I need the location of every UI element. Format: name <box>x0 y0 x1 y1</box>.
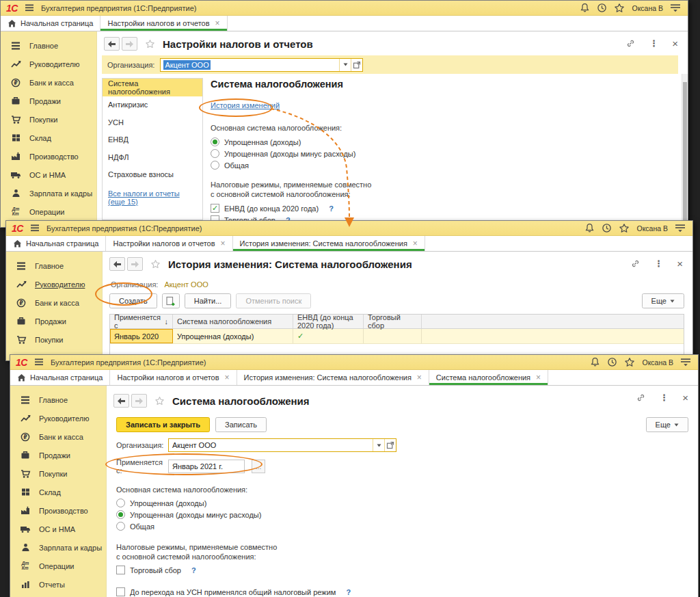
sidebar-item[interactable]: Зарплата и кадры <box>1 184 96 202</box>
1c-logo[interactable]: 1С <box>12 224 23 233</box>
sidebar-item[interactable]: Руководителю <box>10 409 106 427</box>
cell-trade-fee[interactable] <box>364 329 422 343</box>
close-form-icon[interactable]: × <box>672 40 678 47</box>
sidebar-item[interactable]: Главное <box>1 36 96 55</box>
scrollbar-thumb[interactable] <box>683 82 687 224</box>
sidebar-item[interactable]: ДтКт Операции <box>10 557 106 575</box>
radio-option[interactable]: Упрощенная (доходы минус расходы) <box>211 148 678 159</box>
more-button[interactable]: Еще <box>642 293 684 308</box>
sidebar-item[interactable]: Зарплата и кадры <box>10 538 106 557</box>
sidebar-item[interactable]: Покупки <box>6 330 102 349</box>
open-link-icon[interactable] <box>351 59 362 71</box>
tab[interactable]: Система налогообложения × <box>429 370 548 385</box>
radio-option[interactable]: Общая <box>211 159 678 171</box>
more-menu-icon[interactable]: ⋮ <box>649 40 658 47</box>
tab[interactable]: Настройки налогов и отчетов × <box>106 236 232 251</box>
help-icon[interactable]: ? <box>191 566 196 574</box>
main-menu-icon[interactable] <box>30 224 40 232</box>
sidebar-item[interactable]: Производство <box>10 501 106 520</box>
history-of-changes-link[interactable]: История изменений <box>211 101 280 109</box>
applies-from-field[interactable]: Январь 2021 г. <box>168 460 245 473</box>
1c-logo[interactable]: 1С <box>16 358 27 367</box>
organization-field[interactable]: Акцент ООО <box>160 58 363 72</box>
tab[interactable]: Настройки налогов и отчетов × <box>100 16 227 31</box>
back-button[interactable] <box>113 394 129 408</box>
table-row[interactable]: Январь 2020 Упрощенная (доходы) ✓ <box>110 329 684 344</box>
tab-close-icon[interactable]: × <box>221 239 226 248</box>
favorites-star-icon[interactable] <box>619 223 630 233</box>
create-by-copy-icon[interactable] <box>162 293 180 308</box>
tab[interactable]: История изменения: Система налогообложен… <box>237 370 429 385</box>
radio-option[interactable]: Упрощенная (доходы минус расходы) <box>116 509 698 520</box>
sidebar-item[interactable]: Главное <box>6 256 102 275</box>
settings-list-item[interactable]: Страховые взносы <box>103 166 202 184</box>
service-menu-icon[interactable] <box>675 224 686 233</box>
tab[interactable]: Начальная страница <box>10 370 110 385</box>
close-form-icon[interactable]: × <box>677 261 683 267</box>
save-button[interactable]: Записать <box>215 417 267 432</box>
favorite-star-icon[interactable] <box>154 396 165 406</box>
organization-value[interactable]: Акцент ООО <box>164 280 208 289</box>
sidebar-item[interactable]: Покупки <box>1 110 96 129</box>
forward-button[interactable] <box>122 37 137 51</box>
sidebar-item[interactable]: Руководителю <box>6 275 102 293</box>
back-button[interactable] <box>104 37 120 51</box>
history-clock-icon[interactable] <box>607 357 617 367</box>
tab-close-icon[interactable]: × <box>417 373 422 382</box>
organization-field[interactable]: Акцент ООО <box>168 438 396 452</box>
more-menu-icon[interactable]: ⋮ <box>654 261 663 267</box>
tab[interactable]: История изменения: Система налогообложен… <box>233 236 425 251</box>
cell-envd-check[interactable]: ✓ <box>293 329 364 343</box>
tab-close-icon[interactable]: × <box>413 239 418 248</box>
table-column-header[interactable]: Применяется с ↓ <box>110 315 173 328</box>
settings-list-item[interactable]: НДФЛ <box>103 148 202 166</box>
favorite-star-icon[interactable] <box>145 39 155 49</box>
help-icon[interactable]: ? <box>346 588 351 596</box>
service-menu-icon[interactable] <box>670 3 681 12</box>
checkbox-option[interactable]: ЕНВД (до конца 2020 года) ? <box>211 202 678 214</box>
get-link-icon[interactable] <box>630 258 641 269</box>
sidebar-item[interactable]: Продажи <box>1 92 96 110</box>
open-link-icon[interactable] <box>384 439 396 451</box>
notifications-bell-icon[interactable] <box>584 223 595 233</box>
tab-close-icon[interactable]: × <box>536 373 541 382</box>
dropdown-caret-icon[interactable] <box>339 59 351 71</box>
settings-list-item[interactable]: Система налогообложения <box>103 79 202 96</box>
settings-list-item[interactable]: ЕНВД <box>103 131 202 149</box>
radio-option[interactable]: Общая <box>116 520 698 532</box>
cell-applies-from[interactable]: Январь 2020 <box>110 329 173 343</box>
table-column-header[interactable]: ЕНВД (до конца 2020 года) <box>293 315 364 328</box>
radio-option[interactable]: Упрощенная (доходы) <box>116 497 698 509</box>
forward-button[interactable] <box>131 394 147 408</box>
sidebar-item[interactable]: Главное <box>10 390 106 409</box>
find-button[interactable]: Найти... <box>185 293 232 308</box>
more-button[interactable]: Еще <box>646 417 688 432</box>
sidebar-item[interactable]: ₽ Банк и касса <box>10 427 106 446</box>
user-name[interactable]: Оксана В <box>642 358 673 367</box>
forward-button[interactable] <box>127 257 143 271</box>
create-button[interactable]: Создать <box>109 293 157 308</box>
sidebar-item[interactable]: Отчеты <box>10 575 106 594</box>
tab-close-icon[interactable]: × <box>215 18 220 28</box>
sidebar-item[interactable]: Склад <box>1 129 96 147</box>
more-menu-icon[interactable]: ⋮ <box>660 395 669 401</box>
main-menu-icon[interactable] <box>25 4 34 12</box>
tab[interactable]: Начальная страница <box>1 16 100 31</box>
cell-tax-system[interactable]: Упрощенная (доходы) <box>173 329 293 343</box>
user-name[interactable]: Оксана В <box>632 4 663 12</box>
service-menu-icon[interactable] <box>680 358 691 367</box>
favorites-star-icon[interactable] <box>624 357 635 367</box>
table-column-header[interactable]: Система налогообложения <box>173 315 293 328</box>
tab[interactable]: Начальная страница <box>6 236 106 251</box>
all-taxes-link[interactable]: Все налоги и отчеты (еще 15) <box>108 189 197 206</box>
sidebar-item[interactable]: Склад <box>10 483 106 501</box>
radio-option[interactable]: Упрощенная (доходы) <box>211 136 678 148</box>
sidebar-item[interactable]: Продажи <box>10 446 106 464</box>
pre-usn-checkbox[interactable]: До перехода на УСН применялся общий нало… <box>116 586 698 597</box>
settings-list-item[interactable]: УСН <box>103 114 202 131</box>
tab-close-icon[interactable]: × <box>225 373 230 382</box>
sidebar-item[interactable]: ₽ Банк и касса <box>6 293 102 312</box>
sidebar-item[interactable]: Руководителю <box>1 55 96 73</box>
back-button[interactable] <box>109 257 125 271</box>
sidebar-item[interactable]: ОС и НМА <box>10 520 106 538</box>
